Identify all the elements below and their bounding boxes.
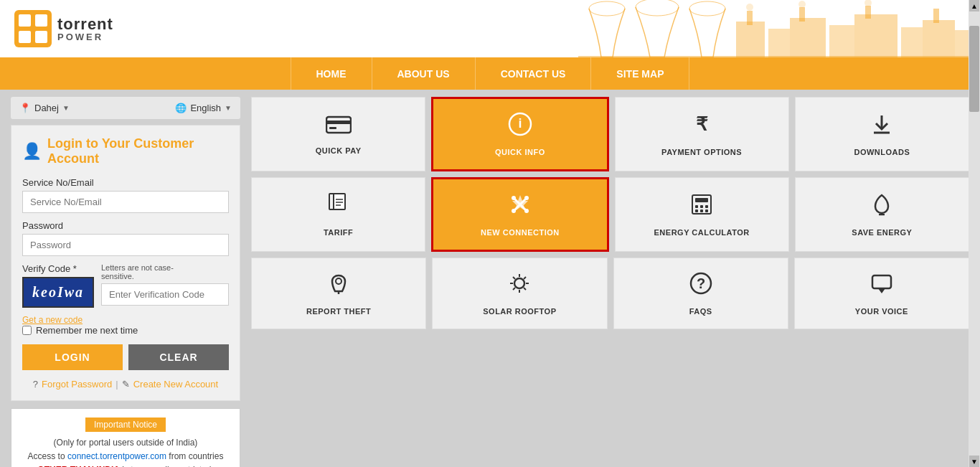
new-connection-label: NEW CONNECTION [481, 228, 560, 237]
grid-cell-your-voice[interactable]: YOUR VOICE [794, 258, 969, 329]
language-selector[interactable]: 🌐 English ▼ [175, 103, 232, 113]
header-illustration [334, 0, 980, 57]
btn-row: LOGIN CLEAR [22, 344, 229, 370]
svg-rect-14 [923, 20, 955, 57]
login-button[interactable]: LOGIN [22, 344, 123, 370]
grid-row-1: TARIFFNEW CONNECTIONENERGY CALCULATORSAV… [251, 177, 969, 252]
clear-button[interactable]: CLEAR [128, 344, 229, 370]
nav-about[interactable]: ABOUT US [372, 57, 476, 90]
energy-calculator-icon [689, 192, 714, 222]
grid-row-2: REPORT THEFTSOLAR ROOFTOP?FAQSYOUR VOICE [251, 258, 969, 329]
forgot-icon: ? [33, 379, 38, 390]
grid-cell-downloads[interactable]: DOWNLOADS [795, 97, 969, 171]
svg-rect-25 [326, 121, 351, 124]
save-energy-icon [870, 192, 894, 222]
create-account-link[interactable]: Create New Account [133, 379, 219, 390]
loc-lang-bar: 📍 Dahej ▼ 🌐 English ▼ [11, 97, 240, 119]
grid-cell-save-energy[interactable]: SAVE ENERGY [795, 177, 969, 252]
svg-point-41 [524, 209, 529, 213]
scrollbar[interactable]: ▲ ▼ [969, 0, 980, 467]
faqs-icon: ? [689, 271, 713, 301]
logo-icon [14, 10, 52, 47]
tariff-label: TARIFF [324, 228, 353, 237]
captcha-image: keoIwa [22, 277, 94, 308]
svg-point-6 [689, 1, 725, 16]
new-code-link[interactable]: Get a new code [22, 315, 229, 325]
svg-rect-48 [695, 209, 698, 212]
scroll-up-button[interactable]: ▲ [969, 0, 979, 11]
scroll-down-button[interactable]: ▼ [969, 456, 979, 467]
login-title-text: Login to Your Customer Account [47, 136, 229, 166]
svg-rect-8 [736, 22, 765, 57]
service-label: Service No/Email [22, 177, 229, 188]
svg-line-60 [513, 277, 515, 279]
payment-options-label: PAYMENT OPTIONS [661, 148, 742, 156]
grid-cell-quick-info[interactable]: iQUICK INFO [431, 97, 608, 171]
nav-home[interactable]: HOME [291, 57, 372, 90]
grid-cell-solar-rooftop[interactable]: SOLAR ROOFTOP [432, 258, 607, 329]
svg-rect-44 [695, 198, 708, 202]
remember-row: Remember me next time [22, 325, 229, 336]
user-icon: 👤 [22, 142, 42, 161]
lang-caret-icon: ▼ [225, 104, 232, 112]
remember-checkbox[interactable] [22, 326, 32, 335]
scroll-thumb[interactable] [969, 26, 979, 112]
globe-icon: 🌐 [175, 103, 187, 113]
svg-rect-19 [933, 9, 939, 23]
svg-point-21 [798, 1, 806, 8]
svg-rect-46 [700, 205, 703, 208]
save-energy-label: SAVE ENERGY [852, 228, 912, 237]
svg-line-61 [524, 288, 526, 290]
verify-row: Verify Code * keoIwa Letters are not cas… [22, 263, 229, 308]
location-selector[interactable]: 📍 Dahej ▼ [19, 103, 70, 113]
svg-rect-45 [695, 205, 698, 208]
svg-point-22 [864, 0, 872, 6]
svg-text:₹: ₹ [696, 113, 708, 135]
svg-rect-32 [334, 194, 345, 209]
svg-text:i: i [518, 116, 522, 131]
svg-rect-4 [35, 31, 47, 43]
top-bar: torrent POWER [0, 0, 980, 57]
verification-input[interactable] [101, 283, 229, 306]
svg-rect-26 [329, 127, 336, 129]
left-panel: 📍 Dahej ▼ 🌐 English ▼ 👤 Login to Your Cu… [11, 97, 240, 467]
main-content: 📍 Dahej ▼ 🌐 English ▼ 👤 Login to Your Cu… [0, 90, 980, 467]
service-row: Service No/Email [22, 177, 229, 213]
nav-contact[interactable]: CONTACT US [476, 57, 592, 90]
city-caret-icon: ▼ [62, 104, 70, 112]
quick-info-label: QUICK INFO [495, 148, 545, 156]
grid-cell-payment-options[interactable]: ₹PAYMENT OPTIONS [615, 97, 789, 171]
login-title: 👤 Login to Your Customer Account [22, 136, 229, 166]
right-grid: QUICK PAYiQUICK INFO₹PAYMENT OPTIONSDOWN… [251, 97, 969, 467]
grid-cell-new-connection[interactable]: NEW CONNECTION [431, 177, 608, 252]
svg-line-63 [513, 288, 515, 290]
svg-rect-9 [768, 29, 790, 57]
grid-cell-energy-calculator[interactable]: ENERGY CALCULATOR [615, 177, 789, 252]
nav-sitemap[interactable]: SITE MAP [591, 57, 689, 90]
svg-point-39 [524, 196, 529, 200]
notice-link1[interactable]: connect.torrentpower.com [67, 451, 166, 461]
grid-cell-tariff[interactable]: TARIFF [251, 177, 425, 252]
logo-text: torrent POWER [57, 16, 113, 42]
grid-cell-quick-pay[interactable]: QUICK PAY [251, 97, 425, 171]
payment-options-icon: ₹ [689, 112, 714, 142]
remember-label: Remember me next time [36, 325, 138, 336]
password-row: Password [22, 220, 229, 256]
svg-rect-10 [790, 18, 826, 57]
grid-cell-faqs[interactable]: ?FAQS [613, 258, 788, 329]
forgot-password-link[interactable]: Forgot Password [42, 379, 112, 390]
faqs-label: FAQS [689, 307, 712, 316]
logo[interactable]: torrent POWER [14, 10, 113, 47]
svg-rect-47 [705, 205, 708, 208]
grid-cell-report-theft[interactable]: REPORT THEFT [251, 258, 426, 329]
notice-line1-post: from countries [166, 451, 223, 461]
service-input[interactable] [22, 191, 229, 213]
notice-line1-pre: Access to [28, 451, 67, 461]
svg-rect-12 [854, 14, 897, 57]
solar-rooftop-label: SOLAR ROOFTOP [483, 307, 556, 316]
svg-rect-50 [705, 209, 708, 212]
svg-point-20 [746, 4, 753, 11]
notice-title: Important Notice [85, 418, 166, 432]
svg-rect-11 [829, 25, 854, 57]
password-input[interactable] [22, 234, 229, 256]
